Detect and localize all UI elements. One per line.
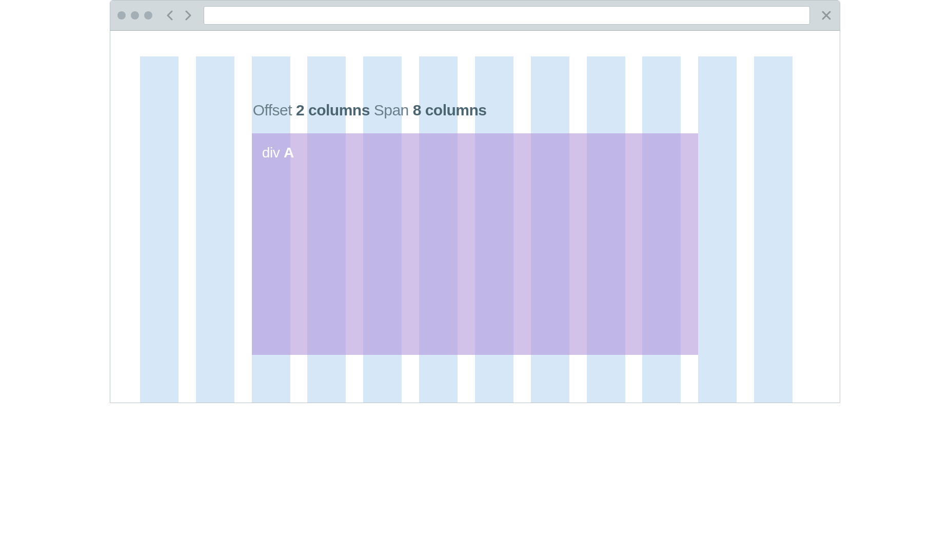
div-prefix: div (262, 145, 280, 161)
close-window-dot[interactable] (117, 11, 126, 19)
chevron-right-icon (185, 10, 191, 21)
address-bar[interactable] (204, 6, 810, 25)
heading-text: Offset 2 columns Span 8 columns (253, 102, 699, 119)
close-icon (821, 10, 832, 21)
nav-arrows (165, 10, 193, 21)
viewport: Offset 2 columns Span 8 columns div A (110, 31, 840, 403)
maximize-window-dot[interactable] (144, 11, 152, 19)
content-grid: Offset 2 columns Span 8 columns div A (140, 56, 810, 403)
minimize-window-dot[interactable] (131, 11, 139, 19)
close-tab-button[interactable] (820, 9, 833, 22)
back-button[interactable] (165, 10, 175, 21)
chevron-left-icon (167, 10, 173, 21)
window-controls (117, 11, 152, 19)
div-a-box: div A (252, 133, 699, 355)
forward-button[interactable] (183, 10, 193, 21)
grid-layout-heading: Offset 2 columns Span 8 columns (252, 102, 699, 133)
browser-chrome (110, 1, 840, 31)
offset-label: Offset (253, 102, 292, 118)
div-name: A (284, 145, 294, 161)
span-label: Span (374, 102, 409, 118)
span-value: 8 columns (413, 102, 487, 118)
offset-value: 2 columns (296, 102, 370, 118)
browser-frame: Offset 2 columns Span 8 columns div A (110, 0, 840, 403)
